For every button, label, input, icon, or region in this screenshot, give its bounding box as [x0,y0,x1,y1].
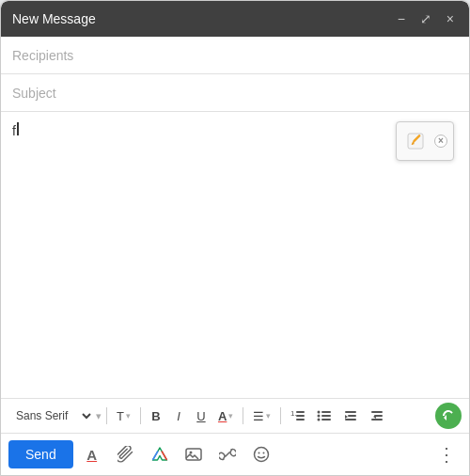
increase-indent-button[interactable] [365,405,389,427]
undo-button[interactable] [435,403,462,429]
svg-point-18 [189,452,192,454]
popup-close-button[interactable]: × [434,135,447,148]
bottom-toolbar: Send A [1,434,469,475]
svg-rect-3 [296,415,305,417]
svg-rect-4 [296,419,305,420]
title-bar: New Message − ⤢ × [1,1,469,37]
svg-rect-14 [371,411,383,413]
link-button[interactable] [212,439,243,469]
decrease-indent-button[interactable] [338,405,363,427]
svg-rect-16 [371,419,383,420]
attachment-icon [118,446,134,463]
svg-rect-17 [186,449,201,460]
font-size-arrow: ▾ [126,411,131,420]
undo-icon [441,408,456,423]
drive-button[interactable] [145,439,175,469]
increase-indent-icon [369,408,384,423]
numbered-list-button[interactable]: 1. [286,405,310,427]
text-color-button[interactable]: A ▾ [213,405,238,427]
svg-rect-8 [321,411,331,413]
align-icon: ☰ [253,409,264,423]
svg-rect-2 [296,411,305,413]
body-content: f [12,121,458,141]
separator-3 [243,407,243,424]
svg-rect-11 [345,411,356,413]
subject-input[interactable] [12,86,458,101]
decrease-indent-icon [343,408,358,423]
align-arrow: ▾ [266,411,271,420]
attach-button[interactable] [111,439,141,469]
maximize-button[interactable]: ⤢ [416,10,435,27]
compose-window: New Message − ⤢ × f × [0,0,470,476]
drive-icon [151,446,168,463]
emoji-icon [253,446,270,463]
bold-button[interactable]: B [146,405,166,427]
svg-point-5 [318,411,321,414]
recipients-row[interactable] [1,37,469,74]
send-button[interactable]: Send [8,440,73,468]
svg-rect-10 [321,419,331,420]
italic-button[interactable]: I [168,405,189,427]
font-color-icon: A [86,447,97,463]
photo-button[interactable] [179,439,209,469]
numbered-list-icon: 1. [290,408,306,423]
svg-point-21 [262,452,264,454]
link-icon [219,446,236,463]
emoji-button[interactable] [246,439,276,469]
svg-point-20 [258,452,259,454]
window-title: New Message [12,11,96,26]
font-family-select[interactable]: Sans Serif Serif Monospace [8,405,94,426]
svg-rect-9 [321,415,331,417]
svg-point-19 [254,448,268,462]
title-actions: − ⤢ × [394,10,458,27]
more-icon: ⋮ [437,443,456,466]
underline-button[interactable]: U [191,405,212,427]
photo-icon [185,446,202,463]
font-color-button[interactable]: A [77,439,107,469]
separator-1 [106,407,107,424]
font-family-chevron: ▾ [96,410,102,422]
separator-4 [280,407,281,424]
svg-rect-13 [345,419,356,420]
recipients-input[interactable] [12,48,458,63]
minimize-button[interactable]: − [394,10,409,27]
svg-text:1.: 1. [290,409,297,418]
text-color-icon: A [218,409,227,423]
font-size-button[interactable]: T ▾ [112,405,135,427]
bullet-list-button[interactable] [312,405,337,427]
close-button[interactable]: × [443,10,458,27]
subject-row[interactable] [1,74,469,112]
text-color-arrow: ▾ [228,411,233,420]
bullet-list-icon [317,408,332,423]
text-cursor [17,122,19,135]
popup-edit-icon [402,128,429,154]
separator-2 [140,407,141,424]
svg-point-7 [318,419,321,421]
formatting-toolbar: Sans Serif Serif Monospace ▾ T ▾ B I U A… [1,399,469,434]
svg-rect-12 [348,415,356,417]
formatting-popup: × [396,121,454,161]
svg-point-6 [318,415,321,418]
body-text: f [12,123,16,138]
body-area[interactable]: f × [1,112,469,398]
more-options-button[interactable]: ⋮ [431,439,462,469]
toolbar-area: Sans Serif Serif Monospace ▾ T ▾ B I U A… [1,398,469,475]
align-button[interactable]: ☰ ▾ [248,405,275,427]
font-size-icon: T [117,409,124,423]
